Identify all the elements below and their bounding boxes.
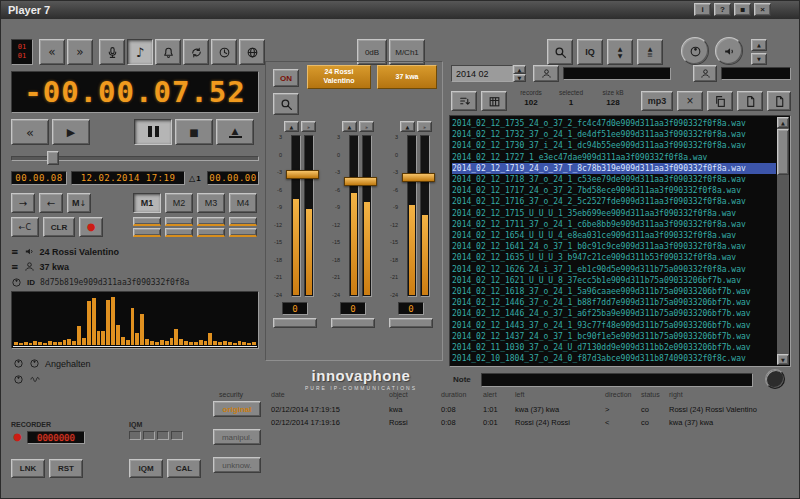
nudge-down-button[interactable]: ▼ bbox=[751, 53, 767, 65]
meter-route-button[interactable]: » bbox=[359, 121, 374, 132]
file-row[interactable]: 2014_02_12_1719_24_o_37_T_8c78b319e909d3… bbox=[452, 163, 776, 174]
stop-button[interactable]: ■ bbox=[175, 119, 213, 145]
scroll-up-button[interactable]: ▲ bbox=[777, 117, 789, 128]
file-row[interactable]: 2014_02_12_1446_37_o_24_1_b88f7dd7e909d3… bbox=[452, 297, 776, 308]
marker-3-clear-button[interactable] bbox=[197, 228, 225, 237]
note-input[interactable] bbox=[481, 373, 753, 387]
file-list-scrollbar[interactable]: ▲ ▼ bbox=[777, 117, 789, 365]
file-row[interactable]: 2014_02_11_1030_37_o_24_U_d7130dd9e909d3… bbox=[452, 342, 776, 353]
alarm-dial-button[interactable] bbox=[681, 37, 709, 65]
meter-route-button[interactable]: » bbox=[417, 121, 432, 132]
marker-2-button[interactable]: M2 bbox=[165, 193, 193, 213]
cal-button[interactable]: CAL bbox=[167, 459, 201, 478]
export-file-button[interactable] bbox=[737, 91, 763, 111]
file-row[interactable]: 2014_02_12_1727_1_e3ec47dae909d311aa3f09… bbox=[452, 152, 776, 163]
record-button[interactable]: ● bbox=[79, 217, 103, 237]
meter-up-button[interactable]: ▲ bbox=[284, 121, 299, 132]
file-row[interactable]: 2014_02_12_1715_U_U_U_1_35eb699ee909d311… bbox=[452, 208, 776, 219]
filter-party-b-button[interactable] bbox=[693, 65, 717, 82]
scrollbar-thumb[interactable] bbox=[777, 129, 789, 175]
pin-button[interactable]: ▪ bbox=[734, 3, 751, 16]
mp3-export-button[interactable]: mp3 bbox=[641, 91, 673, 111]
pause-button[interactable] bbox=[134, 119, 172, 145]
close-button[interactable]: × bbox=[754, 3, 771, 16]
marker-3-set-button[interactable] bbox=[197, 217, 225, 226]
note-play-button[interactable] bbox=[765, 369, 785, 389]
note-mode-button[interactable]: ♪ bbox=[127, 39, 153, 65]
iq-button[interactable]: IQ bbox=[577, 39, 603, 65]
marker-2-set-button[interactable] bbox=[165, 217, 193, 226]
file-row[interactable]: 2014_02_12_1716_37_o_24_2_5c2527fde909d3… bbox=[452, 196, 776, 207]
timer-button[interactable] bbox=[211, 39, 237, 65]
skip-back-button[interactable]: « bbox=[39, 39, 65, 65]
move-up-down-button[interactable]: ▲ ▼ bbox=[607, 39, 633, 65]
filter-party-a-button[interactable] bbox=[533, 65, 559, 82]
file-row[interactable]: 2014_02_12_1654_U_U_U_4_e8ea031ce909d311… bbox=[452, 230, 776, 241]
period-down-button[interactable]: ▼ bbox=[513, 74, 526, 82]
filter-party-b-field[interactable] bbox=[721, 67, 791, 80]
sort-order-button[interactable]: ▲ ≡ bbox=[637, 39, 663, 65]
marker-1-button[interactable]: M1 bbox=[133, 193, 161, 213]
scroll-down-button[interactable]: ▼ bbox=[777, 354, 789, 365]
loop-button[interactable] bbox=[183, 39, 209, 65]
play-button[interactable]: ▶ bbox=[52, 119, 90, 145]
meter-mute-button[interactable] bbox=[389, 318, 433, 328]
position-slider[interactable] bbox=[11, 151, 259, 165]
meter-mute-button[interactable] bbox=[331, 318, 375, 328]
network-button[interactable] bbox=[239, 39, 265, 65]
call-row[interactable]: 02/12/2014 17:19:16Rossi0:080:01Rossi (2… bbox=[269, 418, 793, 431]
clear-all-button[interactable]: CLR bbox=[43, 217, 75, 237]
mic-button[interactable] bbox=[99, 39, 125, 65]
call-row[interactable]: 02/12/2014 17:19:15kwa0:081:01kwa (37) k… bbox=[269, 405, 793, 418]
fader-handle[interactable] bbox=[402, 173, 435, 182]
file-row[interactable]: 2014_02_12_1626_24_i_37_1_eb1c90d5e909d3… bbox=[452, 264, 776, 275]
meter-up-button[interactable]: ▲ bbox=[342, 121, 357, 132]
file-row[interactable]: 2014_02_12_1621_U_U_U_8_37ecc5b1e909d311… bbox=[452, 275, 776, 286]
eject-button[interactable]: ▲ bbox=[216, 119, 254, 145]
toolbar-search-button[interactable] bbox=[547, 39, 573, 65]
sort-list-button[interactable] bbox=[451, 91, 477, 111]
fader-handle[interactable] bbox=[286, 170, 319, 179]
goto-next-marker-button[interactable]: → bbox=[11, 193, 35, 213]
file-row[interactable]: 2014_02_12_1443_37_o_24_1_93c77f48e909d3… bbox=[452, 320, 776, 331]
security-original-button[interactable]: original bbox=[213, 401, 261, 417]
file-row[interactable]: 2014_02_12_1730_37_i_24_1_dc94b55ee909d3… bbox=[452, 140, 776, 151]
file-row[interactable]: 2014_02_12_1732_37_o_24_1_de4df51ee909d3… bbox=[452, 129, 776, 140]
file-row[interactable]: 2014_02_12_1437_24_o_37_1_bc90f1e5e909d3… bbox=[452, 331, 776, 342]
marker-3-button[interactable]: M3 bbox=[197, 193, 225, 213]
filter-party-a-field[interactable] bbox=[563, 67, 671, 80]
file-row[interactable]: 2014_02_12_1711_37_o_24_1_c6be8bb9e909d3… bbox=[452, 219, 776, 230]
meter-route-button[interactable]: » bbox=[301, 121, 316, 132]
rewind-button[interactable]: « bbox=[11, 119, 49, 145]
report-button[interactable] bbox=[767, 91, 791, 111]
file-row[interactable]: 2014_02_12_1717_24_o_37_2_7bd58ece909d31… bbox=[452, 185, 776, 196]
clear-marker-button[interactable]: ←C bbox=[11, 217, 39, 237]
file-row[interactable]: 2014_02_12_1446_24_o_37_1_a6f25ba9e909d3… bbox=[452, 308, 776, 319]
calendar-view-button[interactable] bbox=[481, 91, 507, 111]
meter-up-button[interactable]: ▲ bbox=[400, 121, 415, 132]
copy-file-button[interactable] bbox=[707, 91, 733, 111]
period-select[interactable]: 2014 02 bbox=[451, 65, 513, 82]
file-row[interactable]: 2014_02_12_1735_24_o_37_2_fc4c47d0e909d3… bbox=[452, 118, 776, 129]
link-button[interactable]: LNK bbox=[11, 459, 45, 478]
monitor-button[interactable] bbox=[715, 37, 743, 65]
marker-1-set-button[interactable] bbox=[133, 217, 161, 226]
file-row[interactable]: 2014_02_12_1718_37_o_24_1_c53ee79de909d3… bbox=[452, 174, 776, 185]
file-row[interactable]: 2014_02_10_1804_37_o_24_0_f87d3abce909d3… bbox=[452, 353, 776, 364]
info-button[interactable]: i bbox=[694, 3, 711, 16]
iqm-button[interactable]: IQM bbox=[129, 459, 163, 478]
meter-mute-button[interactable] bbox=[273, 318, 317, 328]
reset-button[interactable]: RST bbox=[49, 459, 83, 478]
skip-forward-button[interactable]: » bbox=[67, 39, 93, 65]
meters-on-button[interactable]: ON bbox=[273, 69, 299, 87]
set-marker-button[interactable]: M ↓ bbox=[67, 193, 91, 213]
help-button[interactable]: ? bbox=[714, 3, 731, 16]
security-unknown-button[interactable]: unknow. bbox=[213, 457, 261, 473]
goto-prev-marker-button[interactable]: ← bbox=[39, 193, 63, 213]
marker-4-set-button[interactable] bbox=[229, 217, 257, 226]
period-up-button[interactable]: ▲ bbox=[513, 65, 526, 74]
bell-button[interactable] bbox=[155, 39, 181, 65]
meter-zoom-button[interactable] bbox=[273, 93, 299, 115]
nudge-up-button[interactable]: ▲ bbox=[751, 39, 767, 51]
marker-2-clear-button[interactable] bbox=[165, 228, 193, 237]
